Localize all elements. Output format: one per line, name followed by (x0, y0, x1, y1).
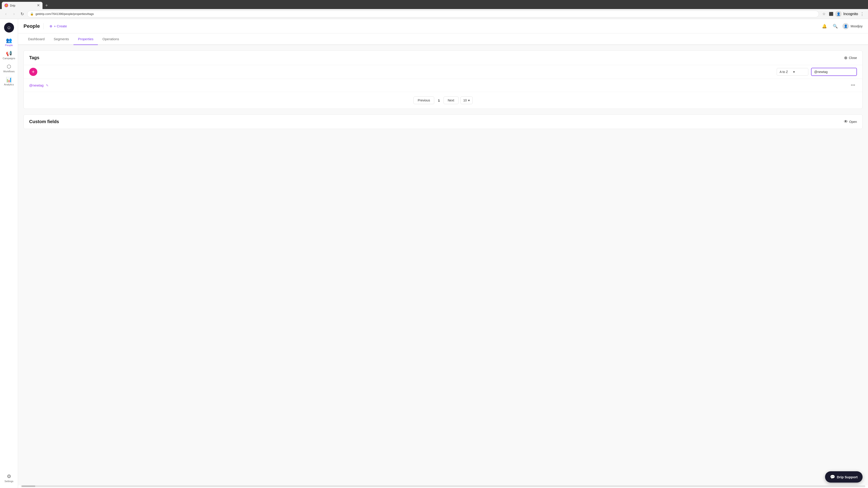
close-tags-button[interactable]: ⊗ Close (844, 55, 857, 60)
tab-dashboard[interactable]: Dashboard (24, 33, 49, 45)
tags-section-header: Tags ⊗ Close (24, 51, 862, 65)
incognito-profile[interactable]: 👤 Incognito (835, 11, 858, 17)
browser-overflow-button[interactable]: ⋮ (859, 11, 865, 17)
user-avatar: 👤 (842, 23, 849, 29)
url-text: getdrip.com/7641396/people/properties#ta… (35, 12, 816, 15)
extension-button[interactable]: ⬛ (828, 11, 834, 17)
per-page-chevron-icon: ▾ (468, 98, 470, 102)
create-button[interactable]: ⊕ + Create (47, 23, 69, 30)
next-button[interactable]: Next (443, 96, 459, 104)
app-layout: ☺ 👥 People 📢 Campaigns ⬡ Workflows 📊 Ana… (0, 19, 868, 488)
address-bar[interactable]: 🔒 getdrip.com/7641396/people/properties#… (27, 11, 819, 18)
drip-support-button[interactable]: 💬 Drip Support (825, 471, 863, 483)
toolbar-actions: ☆ ⬛ 👤 Incognito ⋮ (821, 11, 865, 17)
active-tab[interactable]: 😊 Drip ✕ (2, 2, 42, 9)
notification-button[interactable]: 🔔 (821, 23, 828, 30)
nav-tabs: Dashboard Segments Properties Operations (18, 33, 868, 45)
workflows-icon: ⬡ (7, 64, 11, 69)
page-header: People ⊕ + Create 🔔 🔍 👤 Moodjoy (18, 19, 868, 33)
sidebar-item-people-label: People (5, 44, 13, 46)
people-icon: 👥 (6, 38, 12, 43)
drip-logo[interactable]: ☺ (4, 23, 14, 33)
tab-favicon: 😊 (4, 4, 8, 7)
per-page-dropdown[interactable]: 10 ▾ (460, 96, 473, 104)
create-label: + Create (54, 24, 67, 28)
tag-more-button[interactable]: ••• (849, 82, 857, 89)
lock-icon: 🔒 (30, 12, 34, 15)
close-icon: ⊗ (844, 55, 847, 60)
header-actions: 🔔 🔍 👤 Moodjoy (821, 23, 863, 30)
sidebar-item-analytics[interactable]: 📊 Analytics (1, 75, 17, 88)
tab-properties[interactable]: Properties (73, 33, 98, 45)
sidebar-item-campaigns[interactable]: 📢 Campaigns (1, 49, 17, 61)
forward-button[interactable]: › (11, 11, 17, 17)
close-label: Close (849, 56, 857, 60)
sort-chevron-icon: ▾ (793, 70, 805, 74)
user-profile[interactable]: 👤 Moodjoy (842, 23, 863, 29)
back-button[interactable]: ‹ (3, 11, 9, 17)
notification-icon: 🔔 (822, 24, 827, 29)
custom-fields-title: Custom fields (29, 119, 59, 124)
sidebar-item-settings-label: Settings (4, 480, 13, 483)
tag-search-input[interactable] (811, 68, 857, 76)
close-tab-icon[interactable]: ✕ (37, 4, 40, 7)
eye-icon: 👁 (844, 119, 848, 124)
drip-support-label: Drip Support (837, 475, 858, 479)
search-icon: 🔍 (833, 24, 838, 29)
tags-toolbar: + A to Z ▾ (24, 65, 862, 78)
sidebar-item-analytics-label: Analytics (4, 83, 14, 86)
add-tag-button[interactable]: + (29, 68, 37, 76)
user-name: Moodjoy (850, 24, 863, 28)
per-page-value: 10 (463, 98, 467, 102)
incognito-avatar: 👤 (835, 11, 842, 17)
open-label: Open (849, 120, 857, 124)
sort-label: A to Z (780, 70, 792, 74)
browser-toolbar: ‹ › ↻ 🔒 getdrip.com/7641396/people/prope… (0, 9, 868, 19)
logo-icon: ☺ (6, 25, 11, 30)
tab-segments[interactable]: Segments (49, 33, 73, 45)
tags-section: Tags ⊗ Close + A to Z ▾ (24, 51, 863, 109)
tags-title: Tags (29, 55, 39, 60)
horizontal-scrollbar[interactable] (21, 485, 865, 487)
analytics-icon: 📊 (6, 77, 12, 82)
search-button[interactable]: 🔍 (832, 23, 839, 30)
bookmark-button[interactable]: ☆ (821, 11, 827, 17)
edit-tag-icon[interactable]: ✎ (46, 84, 49, 87)
tag-name[interactable]: @newtag (29, 84, 43, 87)
scrollbar-thumb (22, 486, 35, 487)
sidebar-item-settings[interactable]: ⚙ Settings (1, 472, 17, 484)
more-icon: ••• (851, 83, 855, 88)
incognito-label: Incognito (843, 12, 858, 16)
page-number: 1 (436, 98, 441, 102)
refresh-button[interactable]: ↻ (19, 11, 25, 17)
sort-dropdown[interactable]: A to Z ▾ (777, 68, 808, 76)
page-content: Tags ⊗ Close + A to Z ▾ (18, 45, 868, 485)
page-title: People (24, 23, 40, 29)
browser-tabs: 😊 Drip ✕ + (0, 0, 868, 9)
add-icon: + (32, 69, 35, 75)
sidebar-item-workflows[interactable]: ⬡ Workflows (1, 62, 17, 74)
custom-fields-header: Custom fields 👁 Open (24, 115, 862, 129)
campaigns-icon: 📢 (6, 51, 12, 56)
tag-row: @newtag ✎ ••• (24, 79, 862, 92)
create-icon: ⊕ (50, 24, 53, 28)
open-custom-fields-button[interactable]: 👁 Open (844, 119, 857, 124)
pagination: Previous 1 Next 10 ▾ (24, 92, 862, 109)
tab-operations[interactable]: Operations (98, 33, 123, 45)
custom-fields-section: Custom fields 👁 Open (24, 114, 863, 129)
previous-button[interactable]: Previous (413, 96, 434, 104)
settings-icon: ⚙ (7, 474, 11, 479)
sidebar-item-campaigns-label: Campaigns (3, 57, 16, 60)
chat-icon: 💬 (830, 475, 835, 480)
tag-list: @newtag ✎ ••• (24, 78, 862, 92)
sidebar-item-people[interactable]: 👥 People (1, 36, 17, 48)
tab-title: Drip (10, 4, 35, 7)
new-tab-button[interactable]: + (43, 2, 50, 8)
browser-chrome: 😊 Drip ✕ + ‹ › ↻ 🔒 getdrip.com/7641396/p… (0, 0, 868, 19)
sidebar: ☺ 👥 People 📢 Campaigns ⬡ Workflows 📊 Ana… (0, 19, 18, 488)
sidebar-item-workflows-label: Workflows (3, 70, 15, 73)
main-content: People ⊕ + Create 🔔 🔍 👤 Moodjoy (18, 19, 868, 488)
